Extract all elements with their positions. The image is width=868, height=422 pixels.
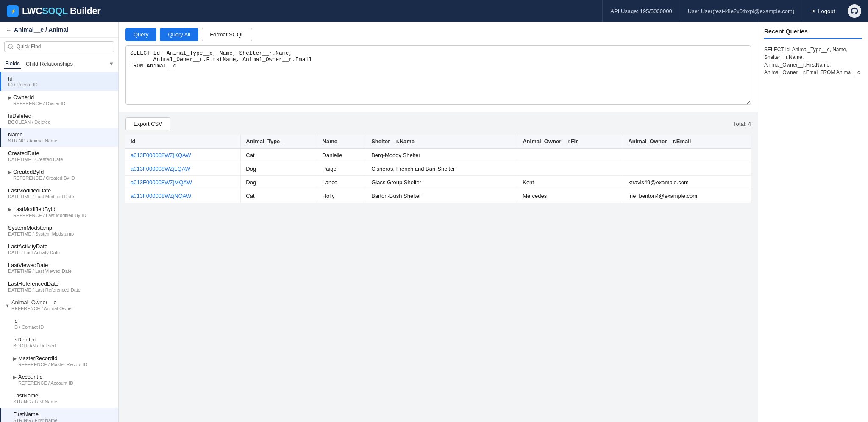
breadcrumb: ← Animal__c / Animal [0, 22, 118, 38]
recent-queries-list: SELECT Id, Animal_Type__c, Name, Shelter… [764, 43, 862, 79]
field-item-createdbyid[interactable]: ▶ CreatedById REFERENCE / Created By ID [0, 165, 118, 184]
logout-button[interactable]: ⇥ Logout [802, 0, 843, 22]
logo-area: ⚡ LWCSOQL Builder [7, 5, 602, 17]
query-toolbar: Query Query All Format SOQL [125, 28, 751, 41]
field-type: STRING / Animal Name [8, 138, 113, 143]
user-info: User User(test-l4le2x0thxpl@example.com) [680, 0, 802, 22]
field-item-lastactivitydate[interactable]: LastActivityDate DATE / Last Activity Da… [0, 240, 118, 258]
field-type: REFERENCE / Last Modified By ID [13, 213, 86, 218]
github-icon[interactable] [848, 4, 861, 18]
field-type: REFERENCE / Master Record ID [18, 362, 87, 367]
record-link[interactable]: a013F000008WZjKQAW [131, 152, 191, 158]
field-name: LastReferencedDate [8, 280, 113, 287]
export-csv-button[interactable]: Export CSV [125, 117, 170, 130]
record-link[interactable]: a013F000008WZjMQAW [131, 179, 192, 186]
field-name: LastName [13, 392, 113, 399]
field-type: BOOLEAN / Deleted [8, 119, 113, 125]
field-item-owner-masterrecordid[interactable]: ▶ MasterRecordId REFERENCE / Master Reco… [0, 352, 118, 370]
back-button[interactable]: ← [6, 27, 11, 33]
field-type: DATETIME / Last Modified Date [8, 194, 113, 199]
field-item-lastreferenceddate[interactable]: LastReferencedDate DATETIME / Last Refer… [0, 277, 118, 296]
expand-icon[interactable]: ▶ [13, 356, 17, 361]
table-header: Id Animal_Type_ Name Shelter__r.Name Ani… [125, 135, 751, 148]
tab-child-relationships[interactable]: Child Relationships [25, 59, 74, 69]
field-item-createddate[interactable]: CreatedDate DATETIME / Created Date [0, 147, 118, 165]
sidebar-search-area [0, 38, 118, 56]
record-link[interactable]: a013F000008WZjLQAW [131, 166, 190, 172]
cell-owner-email [623, 162, 751, 176]
app-header: ⚡ LWCSOQL Builder API Usage: 195/5000000… [0, 0, 868, 22]
format-soql-button[interactable]: Format SOQL [202, 28, 252, 41]
expand-icon[interactable]: ▶ [8, 207, 11, 212]
query-editor[interactable] [125, 45, 751, 105]
field-item-id[interactable]: Id ID / Record ID [0, 72, 118, 91]
section-type: REFERENCE / Animal Owner [11, 306, 73, 311]
field-name: CreatedById [13, 169, 75, 175]
cell-id: a013F000008WZjNQAW [125, 189, 241, 203]
field-name: Name [8, 131, 113, 138]
col-animal-type: Animal_Type_ [241, 135, 317, 148]
recent-query-item[interactable]: SELECT Id, Animal_Type__c, Name, Shelter… [764, 43, 862, 79]
field-type: DATE / Last Activity Date [8, 250, 113, 255]
field-name: MasterRecordId [18, 355, 87, 361]
field-item-name[interactable]: Name STRING / Animal Name [0, 128, 118, 147]
logo-text: LWCSOQL Builder [22, 6, 100, 17]
record-link[interactable]: a013F000008WZjNQAW [131, 193, 191, 199]
recent-queries-panel: Recent Queries SELECT Id, Animal_Type__c… [758, 22, 868, 422]
col-owner-email: Animal_Owner__r.Email [623, 135, 751, 148]
logout-icon: ⇥ [810, 7, 815, 15]
search-input[interactable] [4, 41, 114, 52]
field-type: DATETIME / System Modstamp [8, 231, 113, 236]
results-total: Total: 4 [733, 121, 751, 127]
tab-fields[interactable]: Fields [4, 58, 21, 69]
col-name: Name [317, 135, 366, 148]
field-type: STRING / Last Name [13, 399, 113, 404]
logo-lwc: LWC [22, 6, 42, 16]
cell-animal-type: Dog [241, 162, 317, 176]
field-item-owner-lastname[interactable]: LastName STRING / Last Name [0, 389, 118, 408]
table-row: a013F000008WZjMQAW Dog Lance Glass Group… [125, 176, 751, 189]
expand-icon[interactable]: ▶ [8, 95, 11, 100]
field-item-owner-firstname[interactable]: FirstName STRING / First Name [0, 408, 118, 422]
cell-animal-type: Cat [241, 189, 317, 203]
field-item-lastmodifieddate[interactable]: LastModifiedDate DATETIME / Last Modifie… [0, 184, 118, 203]
cell-owner-first [517, 162, 623, 176]
expand-icon[interactable]: ▶ [8, 169, 11, 175]
section-animal-owner[interactable]: ▼ Animal_Owner__c REFERENCE / Animal Own… [0, 296, 118, 314]
cell-animal-type: Dog [241, 176, 317, 189]
tabs-arrow-icon: ▼ [108, 61, 114, 67]
cell-id: a013F000008WZjMQAW [125, 176, 241, 189]
field-type: ID / Contact ID [13, 325, 113, 330]
cell-shelter: Glass Group Shelter [366, 176, 517, 189]
section-expand-icon[interactable]: ▼ [5, 303, 10, 308]
field-name: IsDeleted [8, 113, 113, 119]
query-all-button[interactable]: Query All [160, 28, 198, 41]
field-item-isdeleted[interactable]: IsDeleted BOOLEAN / Deleted [0, 109, 118, 128]
field-name: LastModifiedDate [8, 187, 113, 194]
field-item-ownerid[interactable]: ▶ OwnerId REFERENCE / Owner ID [0, 91, 118, 109]
table-row: a013F000008WZjKQAW Cat Danielle Berg-Moo… [125, 148, 751, 162]
table-row: a013F000008WZjLQAW Dog Paige Cisneros, F… [125, 162, 751, 176]
field-item-lastvieweddate[interactable]: LastViewedDate DATETIME / Last Viewed Da… [0, 258, 118, 277]
field-type: STRING / First Name [13, 418, 113, 422]
field-name: OwnerId [13, 94, 65, 100]
field-name: Id [8, 75, 113, 82]
col-shelter: Shelter__r.Name [366, 135, 517, 148]
field-name: LastModifiedById [13, 206, 86, 212]
field-item-owner-id[interactable]: Id ID / Contact ID [0, 314, 118, 333]
field-name: Id [13, 318, 113, 324]
field-name: LastActivityDate [8, 243, 113, 250]
svg-text:⚡: ⚡ [11, 8, 16, 14]
field-item-owner-isdeleted[interactable]: IsDeleted BOOLEAN / Deleted [0, 333, 118, 352]
results-toolbar: Export CSV Total: 4 [125, 117, 751, 130]
field-item-owner-accountid[interactable]: ▶ AccountId REFERENCE / Account ID [0, 370, 118, 389]
field-type: DATETIME / Created Date [8, 157, 113, 162]
field-name: IsDeleted [13, 336, 113, 343]
field-type: DATETIME / Last Referenced Date [8, 287, 113, 292]
query-button[interactable]: Query [125, 28, 156, 41]
expand-icon[interactable]: ▶ [13, 375, 17, 380]
field-item-systemmodstamp[interactable]: SystemModstamp DATETIME / System Modstam… [0, 221, 118, 240]
breadcrumb-title: Animal__c / Animal [14, 26, 68, 33]
field-item-lastmodifiedbyid[interactable]: ▶ LastModifiedById REFERENCE / Last Modi… [0, 203, 118, 221]
cell-owner-first [517, 148, 623, 162]
